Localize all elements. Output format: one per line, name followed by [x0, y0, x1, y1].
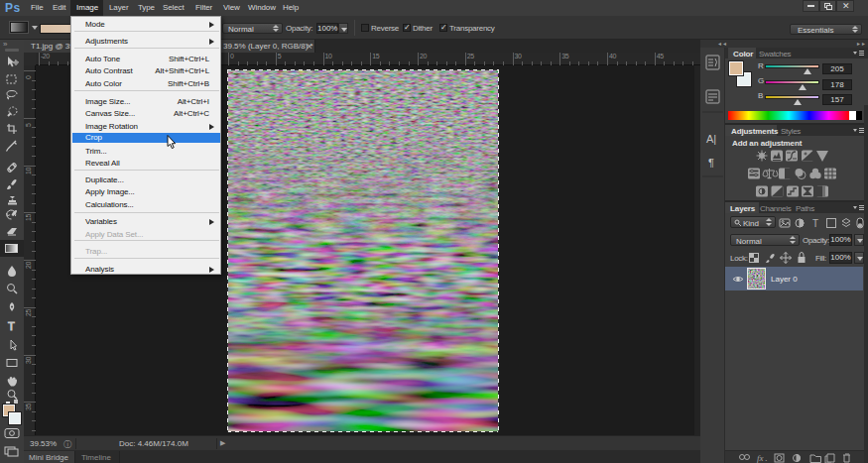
svg-text:T: T	[8, 320, 15, 332]
svg-text:A|: A|	[706, 133, 716, 145]
svg-text:T: T	[812, 218, 818, 229]
svg-text:fx: fx	[757, 453, 764, 463]
svg-text:.: .	[765, 453, 768, 463]
svg-text:¶: ¶	[708, 157, 714, 169]
